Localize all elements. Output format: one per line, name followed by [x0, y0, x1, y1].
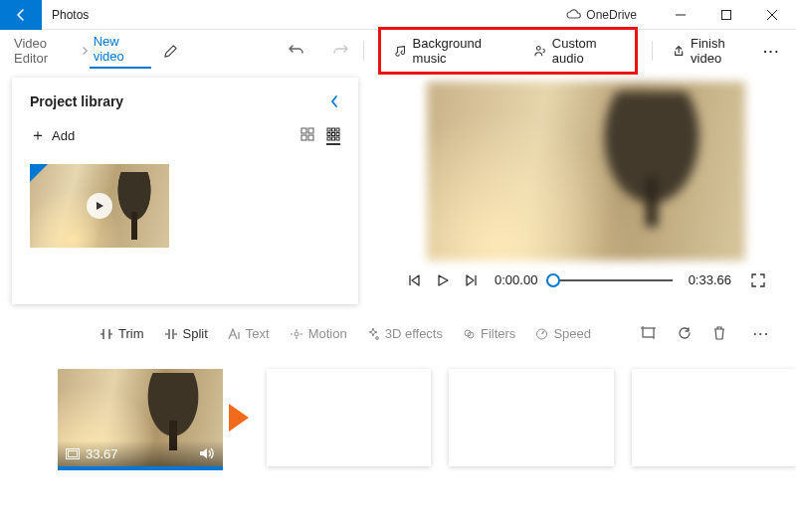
onedrive-label: OneDrive: [586, 8, 637, 22]
step-back-icon: [407, 274, 421, 286]
svg-rect-7: [332, 128, 335, 131]
toolbar-divider: [363, 41, 364, 61]
background-music-label: Background music: [413, 36, 504, 66]
3d-effects-label: 3D effects: [385, 326, 443, 341]
video-indicator-icon: [30, 164, 48, 182]
svg-point-15: [295, 332, 298, 336]
background-music-button[interactable]: Background music: [389, 32, 510, 70]
undo-icon: [288, 43, 305, 59]
clip-more-button[interactable]: ···: [747, 326, 776, 341]
motion-icon: [290, 328, 303, 340]
motion-label: Motion: [308, 326, 347, 341]
crop-button[interactable]: [641, 326, 656, 341]
clip-duration: 33.67: [86, 446, 118, 461]
breadcrumb-current[interactable]: New video: [90, 34, 151, 69]
trash-icon: [713, 326, 725, 340]
person-audio-icon: [534, 44, 546, 58]
title-bar: Photos OneDrive: [0, 0, 796, 30]
preview-area: 0:00.00 0:33.66: [388, 78, 784, 304]
clip-progress-bar: [58, 466, 223, 470]
trim-icon: [100, 328, 113, 340]
crop-icon: [641, 326, 656, 339]
split-button[interactable]: Split: [164, 326, 208, 341]
view-small-button[interactable]: [326, 127, 340, 145]
minimize-button[interactable]: [661, 0, 700, 30]
undo-button[interactable]: [288, 43, 305, 59]
custom-audio-button[interactable]: Custom audio: [528, 32, 627, 70]
fullscreen-button[interactable]: [751, 273, 765, 287]
arrow-left-icon: [13, 7, 29, 23]
seek-slider[interactable]: [553, 279, 672, 281]
fullscreen-icon: [751, 273, 765, 287]
close-button[interactable]: [752, 0, 792, 30]
filters-button[interactable]: Filters: [463, 326, 515, 341]
breadcrumb-root[interactable]: Video Editor: [10, 36, 81, 66]
main-area: Project library ＋ Add: [0, 72, 796, 304]
svg-rect-4: [301, 135, 306, 140]
motion-button[interactable]: Motion: [290, 326, 347, 341]
rename-button[interactable]: [163, 44, 178, 59]
svg-rect-9: [327, 132, 330, 135]
trim-button[interactable]: Trim: [100, 326, 144, 341]
text-button[interactable]: Text: [228, 326, 270, 341]
storyboard: 33.67: [0, 369, 796, 466]
redo-button[interactable]: [331, 43, 349, 59]
add-media-button[interactable]: ＋ Add: [30, 125, 75, 146]
rotate-icon: [678, 326, 692, 340]
trim-label: Trim: [118, 326, 144, 341]
app-title: Photos: [42, 8, 89, 22]
back-button[interactable]: [0, 0, 42, 30]
video-preview[interactable]: [427, 82, 745, 261]
3d-effects-button[interactable]: 3D effects: [367, 326, 443, 341]
svg-rect-21: [69, 450, 78, 456]
svg-rect-8: [336, 128, 339, 131]
onedrive-status[interactable]: OneDrive: [566, 8, 637, 22]
chevron-right-icon: [81, 46, 90, 56]
grid-2x2-icon: [300, 127, 314, 141]
clip-audio-icon: [199, 446, 215, 460]
svg-rect-13: [332, 137, 335, 140]
top-toolbar: Video Editor New video Background music …: [0, 30, 796, 72]
toolbar-divider: [652, 41, 653, 61]
more-button[interactable]: ···: [757, 44, 786, 59]
clip-toolbar: Trim Split Text Motion 3D effects Filter…: [0, 326, 796, 341]
svg-rect-3: [308, 128, 313, 133]
delete-button[interactable]: [713, 326, 725, 341]
cloud-icon: [566, 9, 582, 20]
storyboard-empty-slot[interactable]: [267, 369, 432, 466]
add-label: Add: [52, 128, 75, 143]
library-collapse-button[interactable]: [328, 94, 340, 108]
audio-controls-highlight: Background music Custom audio: [378, 27, 638, 75]
svg-rect-11: [336, 132, 339, 135]
next-frame-button[interactable]: [465, 274, 479, 286]
current-time: 0:00.00: [495, 272, 537, 287]
sparkle-icon: [367, 327, 380, 340]
maximize-button[interactable]: [706, 0, 746, 30]
export-icon: [673, 44, 685, 58]
pencil-icon: [163, 44, 178, 59]
view-large-button[interactable]: [300, 127, 314, 145]
svg-rect-2: [301, 128, 306, 133]
finish-video-button[interactable]: Finish video: [667, 32, 757, 70]
svg-point-1: [536, 47, 540, 51]
library-item[interactable]: [30, 164, 169, 248]
split-label: Split: [183, 326, 208, 341]
rotate-button[interactable]: [678, 326, 692, 341]
prev-frame-button[interactable]: [407, 274, 421, 286]
speed-label: Speed: [553, 326, 591, 341]
finish-video-label: Finish video: [691, 36, 751, 66]
storyboard-empty-slot[interactable]: [632, 369, 797, 466]
close-icon: [767, 10, 777, 20]
redo-icon: [331, 43, 349, 59]
seek-knob[interactable]: [546, 273, 560, 287]
svg-rect-14: [336, 137, 339, 140]
text-icon: [228, 328, 241, 340]
text-label: Text: [246, 326, 270, 341]
play-button[interactable]: [437, 274, 449, 286]
speed-icon: [535, 328, 548, 340]
storyboard-clip[interactable]: 33.67: [58, 369, 223, 466]
filters-label: Filters: [481, 326, 515, 341]
svg-rect-0: [722, 10, 731, 19]
storyboard-empty-slot[interactable]: [449, 369, 614, 466]
speed-button[interactable]: Speed: [535, 326, 591, 341]
